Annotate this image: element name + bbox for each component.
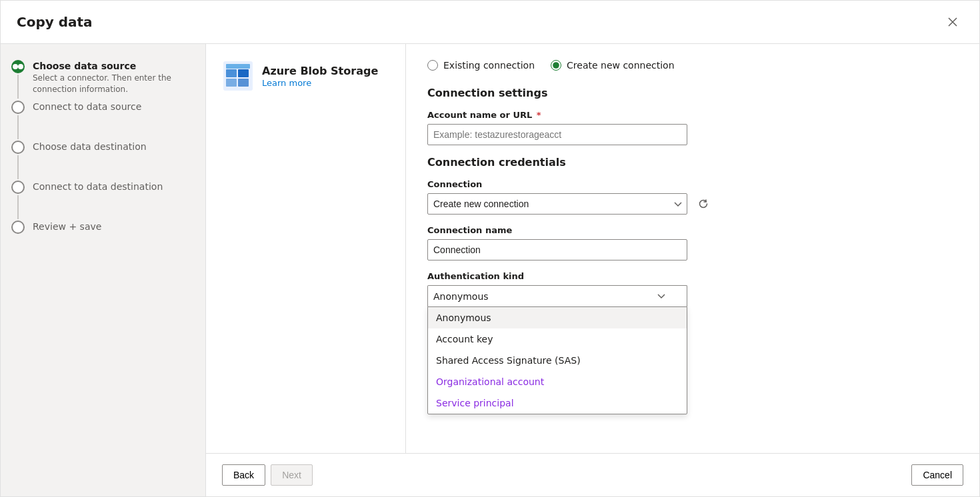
next-button: Next [271,464,313,486]
existing-connection-radio[interactable] [427,60,438,71]
dialog-title: Copy data [17,14,93,30]
refresh-icon [698,199,709,209]
close-button[interactable] [942,11,963,33]
step-label-1: Choose data source [33,61,195,71]
auth-kind-dropdown-container: Anonymous Anonymous Account key [427,285,958,414]
step-line-1 [17,75,19,99]
step-circle-5 [11,221,25,234]
svg-rect-1 [226,69,237,77]
settings-panel: Existing connection Create new connectio… [406,44,979,453]
step-connector-3 [11,141,25,181]
auth-option-sas[interactable]: Shared Access Signature (SAS) [428,350,687,371]
svg-rect-3 [238,69,249,77]
auth-kind-field-group: Authentication kind Anonymous Anonymous [427,271,958,414]
svg-rect-5 [226,64,250,69]
auth-option-org[interactable]: Organizational account [428,371,687,392]
cancel-button[interactable]: Cancel [911,464,963,486]
step-choose-data-source: Choose data source Select a connector. T… [11,60,195,101]
connector-learn-more-link[interactable]: Learn more [262,78,311,88]
new-connection-radio-option[interactable]: Create new connection [551,60,675,71]
dialog-body: Choose data source Select a connector. T… [1,44,979,496]
auth-kind-dropdown-list: Anonymous Account key Shared Access Sign… [427,306,687,414]
step-label-3: Choose data destination [33,141,147,152]
step-connect-to-data-source: Connect to data source [11,101,195,141]
close-icon [947,17,958,27]
connector-text: Azure Blob Storage Learn more [262,65,378,88]
svg-rect-2 [226,79,237,87]
connection-type-radio-group: Existing connection Create new connectio… [427,60,958,71]
new-connection-label: Create new connection [567,60,675,71]
step-line-3 [17,155,19,179]
step-circle-2 [11,101,25,114]
account-name-label: Account name or URL * [427,110,958,120]
auth-option-anonymous[interactable]: Anonymous [428,307,687,328]
azure-blob-icon [222,60,254,92]
connection-name-field-group: Connection name [427,225,958,260]
step-desc-1: Select a connector. Then enter the conne… [33,73,195,95]
step-connect-to-data-destination: Connect to data destination [11,181,195,221]
back-button[interactable]: Back [222,464,265,486]
footer-left-buttons: Back Next [222,464,313,486]
step-choose-data-destination: Choose data destination [11,141,195,181]
connection-select-wrapper: Create new connection [427,193,687,215]
existing-connection-label: Existing connection [443,60,535,71]
connector-name: Azure Blob Storage [262,65,378,77]
step-content-4: Connect to data destination [33,181,163,197]
step-content-2: Connect to data source [33,101,141,117]
connection-settings-section: Connection settings Account name or URL … [427,87,958,145]
connector-panel: Azure Blob Storage Learn more [206,44,406,453]
sidebar: Choose data source Select a connector. T… [1,44,206,496]
account-name-input[interactable] [427,124,687,145]
auth-kind-chevron-icon [657,294,665,299]
connection-name-label: Connection name [427,225,958,235]
step-line-2 [17,115,19,139]
step-review-save: Review + save [11,221,195,237]
step-circle-1 [11,60,25,73]
dialog-footer: Back Next Cancel [206,453,979,496]
step-content-3: Choose data destination [33,141,147,157]
required-star: * [533,110,541,120]
account-name-field-group: Account name or URL * [427,110,958,145]
step-circle-3 [11,141,25,154]
connection-credentials-title: Connection credentials [427,156,958,169]
auth-option-service[interactable]: Service principal [428,392,687,414]
step-label-5: Review + save [33,221,101,232]
connector-info: Azure Blob Storage Learn more [222,60,389,92]
step-line-4 [17,195,19,219]
refresh-button[interactable] [693,193,714,215]
main-content: Azure Blob Storage Learn more Existing c… [206,44,979,496]
auth-kind-selected-value: Anonymous [433,291,489,302]
connection-settings-title: Connection settings [427,87,958,99]
step-connector-1 [11,60,25,100]
connection-dropdown-label: Connection [427,179,958,189]
step-label-4: Connect to data destination [33,181,163,192]
auth-kind-dropdown-header[interactable]: Anonymous [427,285,687,306]
connection-dropdown-row: Create new connection [427,193,958,215]
step-content-5: Review + save [33,221,101,237]
connection-name-input[interactable] [427,239,687,260]
connection-credentials-section: Connection credentials Connection Create… [427,156,958,414]
content-area: Azure Blob Storage Learn more Existing c… [206,44,979,453]
connection-select[interactable]: Create new connection [427,193,687,215]
step-connector-4 [11,181,25,221]
existing-connection-radio-option[interactable]: Existing connection [427,60,535,71]
auth-option-account-key[interactable]: Account key [428,328,687,350]
step-content-1: Choose data source Select a connector. T… [33,60,195,101]
step-connector-2 [11,101,25,141]
step-circle-4 [11,181,25,194]
connection-field-group: Connection Create new connection [427,179,958,215]
step-label-2: Connect to data source [33,101,141,112]
auth-kind-label: Authentication kind [427,271,958,281]
new-connection-radio[interactable] [551,60,561,71]
dialog-header: Copy data [1,1,979,44]
copy-data-dialog: Copy data Choose data source Select a co… [0,0,980,497]
step-connector-5 [11,221,25,234]
svg-rect-4 [238,79,249,87]
